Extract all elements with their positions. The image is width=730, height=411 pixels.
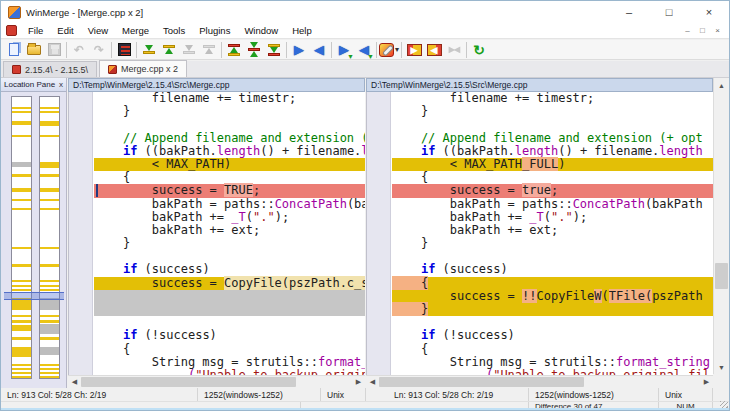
menu-item-file[interactable]: File	[21, 23, 50, 38]
mdi-close-button[interactable]: ×	[710, 25, 725, 37]
location-view-band[interactable]	[4, 292, 64, 300]
tab-folder-compare[interactable]: 2.15.4\ - 2.15.5\	[3, 61, 97, 77]
copy-left-advance-button[interactable]: ◀▼	[354, 41, 374, 59]
new-file-button[interactable]	[4, 41, 24, 59]
toolbar-separator	[111, 42, 112, 58]
diff-stripe	[12, 372, 31, 374]
diff-stripe	[12, 135, 31, 137]
horizontal-scrollbar[interactable]: ◀▶	[366, 375, 713, 388]
current-difference-button[interactable]	[244, 41, 264, 59]
diff-stripe	[40, 111, 59, 113]
diff-stripe	[40, 121, 59, 126]
toolbar-separator	[401, 42, 402, 58]
code-line: filename += timestr;	[392, 92, 713, 105]
diff-stripe	[40, 364, 59, 366]
tab-file-compare[interactable]: Merge.cpp x 2	[99, 60, 187, 77]
mdi-minimize-button[interactable]: –	[680, 25, 695, 37]
winmerge-app-icon	[8, 6, 21, 19]
location-pane-title: Location Pane	[4, 80, 55, 89]
vertical-scrollbar[interactable]: ▲ ▼	[713, 78, 729, 374]
diff-stripe	[12, 107, 31, 109]
options-button[interactable]: ▾	[379, 41, 399, 59]
open-button[interactable]	[24, 41, 44, 59]
wrench-icon	[379, 43, 394, 57]
code-line	[94, 290, 365, 303]
window-border	[1, 408, 729, 410]
menu-item-tools[interactable]: Tools	[156, 23, 192, 38]
code-area[interactable]: filename += timestr; } // Append filenam…	[392, 92, 713, 375]
menu-item-edit[interactable]: Edit	[50, 23, 80, 38]
code-line: if (!success)	[94, 329, 365, 342]
left-status-codepage: 1252(windows-1252)	[198, 388, 321, 401]
code-area[interactable]: filename += timestr; } // Append filenam…	[94, 92, 365, 375]
refresh-button[interactable]: ↻	[469, 41, 489, 59]
file-path-header: D:\Temp\WinMerge\2.15.4\Src\Merge.cpp	[68, 78, 365, 92]
location-pane-close-icon[interactable]: x	[59, 80, 63, 89]
diff-stripe	[40, 247, 59, 249]
mdi-restore-button[interactable]: □	[695, 25, 710, 37]
code-line: }	[392, 105, 713, 118]
copy-right-advance-button[interactable]: ▶▼	[334, 41, 354, 59]
redo-button: ↷	[89, 41, 109, 59]
diff-stripe	[40, 174, 59, 177]
diff-stripe	[12, 174, 31, 177]
code-editor[interactable]: filename += timestr; } // Append filenam…	[68, 92, 365, 375]
vertical-scroll-thumb[interactable]	[715, 263, 728, 289]
location-bar-left[interactable]	[11, 96, 32, 379]
title-bar: WinMerge - [Merge.cpp x 2] – □ ×	[1, 1, 729, 23]
code-line: bakPath += ext;	[392, 224, 713, 237]
copy-all-right-button[interactable]: ▶	[404, 41, 424, 59]
right-status-codepage: 1252(windows-1252)	[529, 388, 659, 401]
menu-item-help[interactable]: Help	[285, 23, 319, 38]
location-pane: Location Pane x	[1, 78, 67, 388]
maximize-button[interactable]: □	[649, 1, 689, 23]
last-difference-button[interactable]	[264, 41, 284, 59]
code-line: < MAX_PATH)	[94, 158, 365, 171]
copy-all-left-button[interactable]: ◀	[424, 41, 444, 59]
horizontal-scroll-thumb[interactable]	[379, 377, 584, 387]
window-title: WinMerge - [Merge.cpp x 2]	[26, 7, 143, 18]
horizontal-scrollbar[interactable]: ◀▶	[68, 375, 365, 388]
copy-right-button[interactable]: ▶	[289, 41, 309, 59]
resize-grip[interactable]	[720, 401, 728, 408]
menu-item-window[interactable]: Window	[237, 23, 285, 38]
previous-difference-button[interactable]	[159, 41, 179, 59]
code-line: if (!success)	[392, 329, 713, 342]
close-button[interactable]: ×	[689, 1, 729, 23]
horizontal-scroll-thumb[interactable]	[81, 377, 296, 387]
diff-stripe	[40, 199, 59, 201]
diff-stripe	[12, 337, 31, 340]
scroll-right-arrow[interactable]: ▶	[700, 376, 713, 388]
location-bar-right[interactable]	[39, 96, 60, 379]
scroll-right-arrow[interactable]: ▶	[352, 376, 365, 388]
open-folder-icon	[27, 45, 41, 55]
first-difference-button[interactable]	[224, 41, 244, 59]
menu-item-plugins[interactable]: Plugins	[192, 23, 237, 38]
right-status-position: Ln: 913 Col: 5/28 Ch: 2/19	[366, 388, 529, 401]
code-line: < MAX_PATH_FULL)	[392, 158, 713, 171]
new-file-icon	[9, 43, 19, 56]
copy-all-left-icon: ◀	[427, 44, 442, 56]
undo-button: ↶	[69, 41, 89, 59]
view-context-button[interactable]	[114, 41, 134, 59]
code-editor[interactable]: filename += timestr; } // Append filenam…	[366, 92, 713, 375]
minimize-button[interactable]: –	[609, 1, 649, 23]
text-cursor	[96, 184, 98, 197]
scroll-up-arrow[interactable]: ▲	[714, 78, 729, 92]
diff-stripe	[40, 320, 59, 323]
code-line: bakPath += ext;	[94, 224, 365, 237]
diff-stripe	[12, 364, 31, 366]
left-status-position: Ln: 913 Col: 5/28 Ch: 2/19	[1, 388, 198, 401]
scroll-down-arrow[interactable]: ▼	[714, 360, 729, 374]
next-difference-button[interactable]	[139, 41, 159, 59]
scroll-left-arrow[interactable]: ◀	[366, 376, 379, 388]
right-status-eol: Unix	[659, 388, 713, 401]
diff-stripe	[12, 162, 31, 167]
menu-item-view[interactable]: View	[81, 23, 115, 38]
auto-merge-button: ▶◀	[444, 41, 464, 59]
menu-item-merge[interactable]: Merge	[115, 23, 156, 38]
diff-stripe	[12, 285, 31, 287]
scroll-left-arrow[interactable]: ◀	[68, 376, 81, 388]
copy-left-button[interactable]: ◀	[309, 41, 329, 59]
dropdown-caret-icon[interactable]: ▾	[395, 45, 399, 54]
